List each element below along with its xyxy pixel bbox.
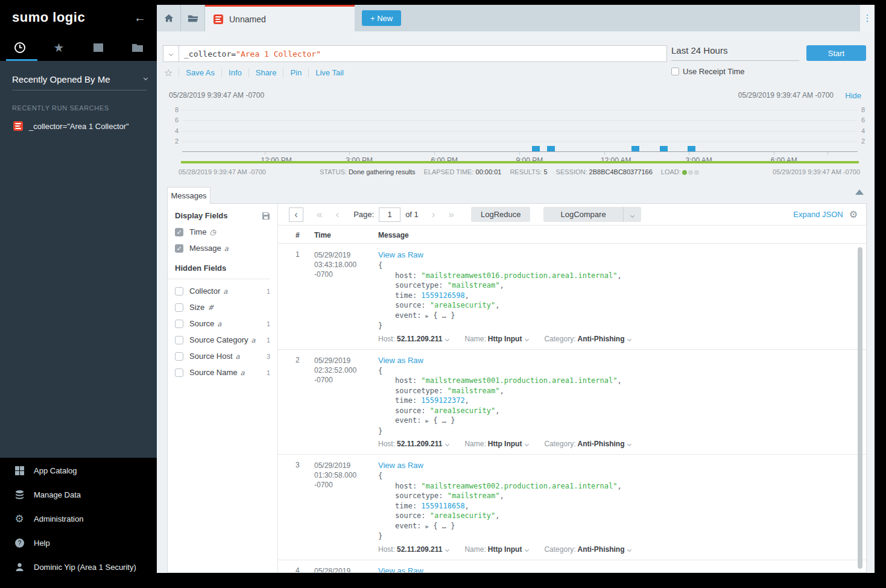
home-icon [163,13,174,24]
sidebar-item-administration[interactable]: ⚙ Administration [0,507,157,531]
expand-event-icon[interactable]: ▶ [426,523,429,530]
sidebar-item-help[interactable]: ? Help [0,531,157,555]
collapse-panel-icon[interactable] [855,189,864,195]
field-checkbox[interactable]: ✓ [175,228,183,236]
load-dot [688,170,693,175]
histogram-bar[interactable] [688,146,695,151]
meta-category-value[interactable]: Anti-Phishing [577,440,624,448]
prev-page-button[interactable]: ‹ [335,209,339,221]
tab-unnamed[interactable]: Unnamed [205,5,355,31]
favorites-tab[interactable]: ★ [39,35,78,60]
search-query-input[interactable]: _collector="Area 1 Collector" [179,45,667,62]
hide-histogram-link[interactable]: Hide [845,91,861,100]
field-label: Message [189,244,221,253]
info-link[interactable]: Info [221,68,248,77]
field-checkbox[interactable] [175,336,183,344]
y-axis-label: 8 [861,106,873,113]
first-page-button[interactable]: « [317,209,322,221]
page-number-input[interactable] [379,207,400,222]
next-page-button[interactable]: › [432,209,435,221]
sidebar-item-app-catalog[interactable]: App Catalog [0,458,157,482]
view-as-raw-link[interactable]: View as Raw [378,250,423,259]
field-row[interactable]: ✓ Time ◷ [175,227,277,236]
list-toolbar: ‹ « ‹ Page: of 1 › » LogReduce LogCompar… [278,204,866,226]
new-tab-button[interactable]: + New [362,10,401,26]
last-page-button[interactable]: » [448,209,454,221]
message-row[interactable]: 2 05/29/201902:32:52.000 -0700 View as R… [278,350,866,455]
recents-filter-label: Recently Opened By Me [12,74,110,84]
start-search-button[interactable]: Start [806,45,866,61]
query-string: "Area 1 Collector" [236,49,321,58]
collapse-sidebar-icon[interactable]: ← [134,11,146,25]
histogram-bar[interactable] [631,146,639,151]
meta-host-value[interactable]: 52.11.209.211 [397,545,442,554]
library-tab[interactable] [78,35,118,60]
field-row[interactable]: Source Host a 3 [175,352,277,361]
row-metadata: Host:52.11.209.211Name:Http InputCategor… [378,335,842,343]
field-row[interactable]: Source Name a 1 [175,368,277,377]
save-fields-icon[interactable] [262,212,270,220]
meta-name-value[interactable]: Http Input [488,335,522,343]
meta-category-value[interactable]: Anti-Phishing [577,545,624,554]
open-folder-button[interactable] [181,5,205,31]
collapse-fields-button[interactable]: ‹ [289,207,303,222]
histogram-bar[interactable] [660,146,668,151]
folders-tab[interactable] [118,35,157,60]
field-row[interactable]: Source Category a 1 [175,335,277,344]
share-link[interactable]: Share [248,68,283,77]
histogram-bar[interactable] [532,146,540,151]
list-settings-gear-icon[interactable]: ⚙ [849,209,858,220]
logcompare-dropdown[interactable] [623,207,641,222]
pin-link[interactable]: Pin [283,68,308,77]
vertical-scrollbar[interactable] [858,247,862,569]
session-id: 2B8BC4BC80377166 [589,168,653,175]
view-as-raw-link[interactable]: View as Raw [378,566,423,573]
meta-category-value[interactable]: Anti-Phishing [577,335,624,343]
meta-name-value[interactable]: Http Input [488,440,522,448]
field-checkbox[interactable] [175,368,183,377]
live-tail-link[interactable]: Live Tail [308,68,350,77]
save-as-link[interactable]: Save As [179,68,221,77]
view-as-raw-link[interactable]: View as Raw [378,356,423,365]
logcompare-button[interactable]: LogCompare [543,207,622,222]
field-count: 3 [267,353,270,360]
tab-overflow-menu[interactable]: ⋮ [860,5,875,31]
sidebar-item-user-account[interactable]: Dominic Yip (Area 1 Security) [0,555,157,579]
expand-event-icon[interactable]: ▶ [426,313,429,319]
expand-json-link[interactable]: Expand JSON [793,210,843,219]
expand-event-icon[interactable]: ▶ [426,418,429,424]
field-row[interactable]: Collector a 1 [175,286,277,296]
use-receipt-time-checkbox[interactable] [671,68,679,75]
field-row[interactable]: Source a 1 [175,319,277,328]
recent-search-item[interactable]: _collector="Area 1 Collector" [8,118,152,134]
meta-host-value[interactable]: 52.11.209.211 [397,440,442,448]
time-range-selector[interactable]: Last 24 Hours [671,45,799,61]
message-row[interactable]: 1 05/29/201903:43:18.000 -0700 View as R… [278,244,866,350]
field-checkbox[interactable] [175,352,183,361]
query-history-dropdown[interactable] [163,45,179,62]
tab-messages[interactable]: Messages [167,187,210,204]
sidebar: sumo logic ← ★ Recently Opened By Me REC… [0,0,157,588]
recents-filter-dropdown[interactable]: Recently Opened By Me [12,74,147,90]
field-checkbox[interactable] [175,287,183,296]
message-row[interactable]: 3 05/29/201901:30:58.000 -0700 View as R… [278,455,866,560]
library-icon [92,42,104,54]
histogram-bar[interactable] [547,146,555,151]
field-checkbox[interactable] [175,303,183,312]
meta-name-value[interactable]: Http Input [488,545,522,554]
favorite-star-icon[interactable]: ☆ [164,67,172,78]
display-fields-list: ✓ Time ◷ ✓ Message a [175,227,277,253]
field-row[interactable]: ✓ Message a [175,244,277,253]
message-row[interactable]: 4 05/28/201922:34:13.000 -0700 View as R… [278,560,866,573]
sidebar-item-manage-data[interactable]: Manage Data [0,482,157,507]
meta-host-value[interactable]: 52.11.209.211 [397,335,442,343]
home-button[interactable] [157,5,181,31]
time-range-bar[interactable] [181,161,859,163]
field-row[interactable]: Size # [175,303,277,312]
field-checkbox[interactable]: ✓ [175,244,183,253]
view-as-raw-link[interactable]: View as Raw [378,461,423,470]
recents-tab[interactable] [0,35,39,60]
json-preview: { host: "mailstreamwest002.production.ar… [378,471,842,542]
field-checkbox[interactable] [175,320,183,328]
logreduce-button[interactable]: LogReduce [471,207,531,222]
